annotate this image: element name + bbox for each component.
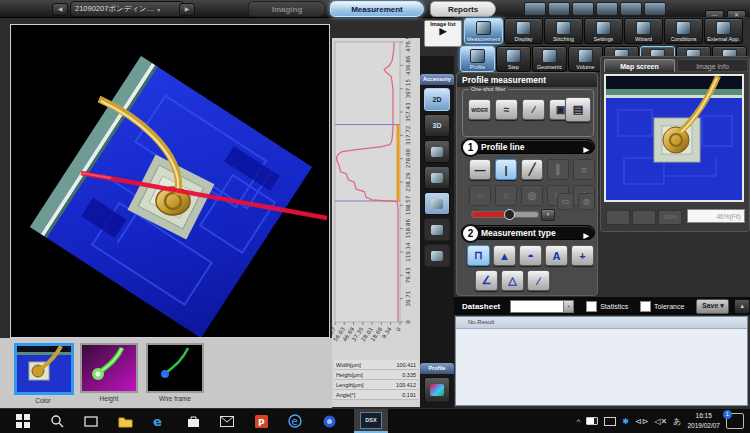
tab-imaging[interactable]: Imaging (248, 1, 326, 17)
radius-measure-button[interactable]: ◓ (519, 245, 542, 266)
filter-settings-button[interactable]: ▤ (565, 97, 591, 122)
forward-button[interactable]: ▶ (179, 3, 195, 16)
concentric-line-button-glyph: ◎ (528, 190, 537, 201)
thumbnail-label: Height (80, 395, 138, 402)
network-icon[interactable]: ✱ (622, 417, 629, 426)
collapse-datasheet-button[interactable]: ▲ (734, 299, 750, 314)
info-value: 100.412 (396, 382, 416, 388)
noise-filter-icon-glyph: ≈ (504, 104, 510, 115)
dsx-app-button[interactable]: DSX (354, 409, 388, 433)
ribbon-button-profile[interactable]: Profile (460, 46, 495, 72)
ribbon-button-wizard[interactable]: Wizard (624, 18, 663, 44)
ribbon-button-step[interactable]: Step (496, 46, 531, 72)
ribbon-button-geometric[interactable]: Geometric (532, 46, 567, 72)
noise-filter-icon[interactable]: ≈ (495, 99, 518, 120)
tab-reports[interactable]: Reports (430, 1, 496, 17)
profile-chart[interactable]: 039.7179.43119.14158.86198.57238.29278.0… (332, 38, 420, 358)
internet-explorer-icon[interactable]: e (284, 411, 306, 431)
plane-tool-button[interactable] (424, 166, 450, 189)
accessory-header[interactable]: Accessory (420, 74, 454, 85)
search-button[interactable] (46, 411, 68, 431)
ribbon-button-label: Stitching (553, 36, 574, 42)
area-measure-button[interactable]: ▲ (493, 245, 516, 266)
edge-icon[interactable]: e (148, 411, 170, 431)
curve-measure-button[interactable]: A (545, 245, 568, 266)
powerpoint-icon[interactable]: P (250, 411, 272, 431)
pen-icon[interactable]: ⊲⊳ (635, 417, 648, 426)
statistics-checkbox[interactable] (586, 301, 597, 312)
map-zoom-field[interactable]: 46%(Fit) (687, 209, 745, 223)
datasheet-title: Datasheet (462, 302, 500, 311)
statistics-label: Statistics (600, 303, 628, 310)
ribbon-button-measurement[interactable]: Measurement (464, 18, 503, 44)
section-run-icon[interactable]: ▶ (584, 142, 589, 157)
profile-graph-panel: 039.7179.43119.14158.86198.57238.29278.0… (332, 38, 420, 407)
battery-icon[interactable] (586, 417, 598, 425)
width-measure-button[interactable]: + (571, 245, 594, 266)
app-icon-blue[interactable] (318, 411, 340, 431)
thumbnail-height[interactable]: Height (80, 343, 138, 402)
action-center-icon[interactable]: 1 (726, 413, 744, 429)
tray-expand-icon[interactable]: ^ (577, 417, 581, 426)
main-3d-view[interactable] (10, 24, 330, 338)
profile-display-button[interactable] (424, 377, 450, 403)
datasheet-table[interactable]: No.Result (455, 316, 748, 406)
slope-correction-icon[interactable]: ∕ (522, 99, 545, 120)
print-icon[interactable] (572, 2, 594, 16)
start-button[interactable] (12, 411, 34, 431)
combo-dropdown-icon[interactable]: ▪ (563, 301, 573, 312)
view-2d-button[interactable]: 2D (424, 88, 450, 111)
profile-display-icon (430, 384, 444, 396)
stage-tool-button[interactable] (424, 140, 450, 163)
ime-indicator[interactable]: あ (673, 416, 681, 427)
tools-icon[interactable] (596, 2, 618, 16)
mail-icon[interactable] (216, 411, 238, 431)
image-list-button[interactable]: Image list ▶ (424, 20, 462, 47)
slider-dropdown-button[interactable]: ▾ (541, 209, 555, 221)
map-specimen-image (606, 76, 742, 200)
map-image[interactable] (604, 74, 744, 202)
thumbnail-wireframe[interactable]: Wire frame (146, 343, 204, 402)
current-file-tab[interactable]: 21090207ボンディン… ▾ (70, 1, 184, 17)
store-icon[interactable] (182, 411, 204, 431)
save-button[interactable]: Save ▾ (696, 299, 729, 314)
datasheet-combo[interactable]: ▪ (510, 300, 574, 313)
slope-measure-button[interactable]: ∕ (527, 270, 550, 291)
ribbon-button-external-app-[interactable]: External App. (704, 18, 743, 44)
line-width-slider[interactable] (471, 211, 539, 218)
vertical-line-button[interactable]: | (495, 159, 517, 180)
file-explorer-icon[interactable] (114, 411, 136, 431)
ribbon-button-settings[interactable]: Settings (584, 18, 623, 44)
step-measure-button[interactable]: ⊓ (467, 245, 490, 266)
clock-time: 16:15 (687, 411, 720, 421)
taskbar-clock[interactable]: 16:15 2019/02/07 (687, 411, 720, 431)
slider-knob[interactable] (504, 209, 515, 220)
panel-toggle-button[interactable] (424, 192, 450, 215)
tab-map-screen[interactable]: Map screen (604, 59, 675, 72)
angle-measure-button[interactable]: ∠ (475, 270, 498, 291)
section-run-icon[interactable]: ▶ (584, 228, 589, 243)
svg-text:357.43: 357.43 (405, 102, 411, 122)
save-icon[interactable] (548, 2, 570, 16)
back-button[interactable]: ◀ (52, 3, 68, 16)
thumbnail-color[interactable]: Color (14, 343, 72, 404)
wider-filter-button[interactable]: WIDER (468, 99, 491, 120)
horizontal-line-button[interactable]: — (469, 159, 491, 180)
ribbon-button-display[interactable]: Display (504, 18, 543, 44)
task-view-button[interactable] (80, 411, 102, 431)
ribbon-button-stitching[interactable]: Stitching (544, 18, 583, 44)
tab-measurement[interactable]: Measurement (330, 1, 424, 17)
ribbon-button-conditions[interactable]: Conditions (664, 18, 703, 44)
profile-strip-header[interactable]: Profile (420, 363, 454, 374)
free-line-button[interactable]: ╱ (521, 159, 543, 180)
display-icon[interactable] (604, 417, 616, 426)
help-icon[interactable] (620, 2, 642, 16)
tab-image-info[interactable]: Image info (677, 59, 748, 72)
tolerance-checkbox[interactable] (640, 301, 651, 312)
key-icon[interactable] (644, 2, 666, 16)
angle2-measure-button[interactable]: △ (501, 270, 524, 291)
open-folder-icon[interactable] (524, 2, 546, 16)
view-3d-button[interactable]: 3D (424, 114, 450, 137)
volume-muted-icon[interactable]: ◁✕ (654, 417, 667, 426)
ribbon-button-volume[interactable]: Volume (568, 46, 603, 72)
